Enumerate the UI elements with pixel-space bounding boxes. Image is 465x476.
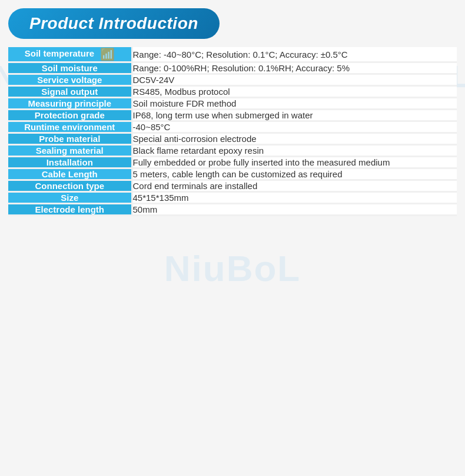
spec-value: Cord end terminals are installed [132, 180, 457, 192]
spec-value: Special anti-corrosion electrode [132, 133, 457, 145]
table-row: Service voltageDC5V-24V [8, 74, 457, 86]
spec-label: Signal output [8, 86, 132, 98]
spec-value: 5 meters, cable length can be customized… [132, 168, 457, 180]
spec-label: Soil temperature 📶 [8, 47, 132, 62]
table-row: Sealing materialBlack flame retardant ep… [8, 145, 457, 157]
spec-label: Cable Length [8, 168, 132, 180]
spec-value: Range: 0-100%RH; Resolution: 0.1%RH; Acc… [132, 62, 457, 74]
spec-label: Probe material [8, 133, 132, 145]
spec-label: Soil moisture [8, 62, 132, 74]
page-title: Product Introduction [29, 14, 198, 33]
table-row: Signal outputRS485, Modbus protocol [8, 86, 457, 98]
spec-value: 50mm [132, 204, 457, 216]
table-row: Soil moistureRange: 0-100%RH; Resolution… [8, 62, 457, 74]
watermark-center: NiuBoL [164, 247, 301, 289]
spec-value: Range: -40~80°C; Resolution: 0.1°C; Accu… [132, 47, 457, 62]
spec-value: 45*15*135mm [132, 192, 457, 204]
table-row: Cable Length5 meters, cable length can b… [8, 168, 457, 180]
spec-value: Soil moisture FDR method [132, 98, 457, 110]
spec-value: DC5V-24V [132, 74, 457, 86]
table-row: Soil temperature 📶Range: -40~80°C; Resol… [8, 47, 457, 62]
spec-label: Installation [8, 157, 132, 168]
spec-value: Black flame retardant epoxy resin [132, 145, 457, 157]
spec-value: Fully embedded or probe fully inserted i… [132, 157, 457, 168]
page-wrapper: NiuBoL NiuBoL NiuBoL Product Introductio… [0, 0, 465, 476]
spec-label: Service voltage [8, 74, 132, 86]
table-row: Protection gradeIP68, long term use when… [8, 110, 457, 121]
spec-value: RS485, Modbus protocol [132, 86, 457, 98]
spec-label: Electrode length [8, 204, 132, 216]
spec-label: Runtime environment [8, 121, 132, 133]
spec-table: Soil temperature 📶Range: -40~80°C; Resol… [8, 47, 457, 216]
table-row: Connection typeCord end terminals are in… [8, 180, 457, 192]
table-row: Runtime environment-40~85°C [8, 121, 457, 133]
spec-value: -40~85°C [132, 121, 457, 133]
table-row: Probe materialSpecial anti-corrosion ele… [8, 133, 457, 145]
spec-label: Size [8, 192, 132, 204]
table-row: InstallationFully embedded or probe full… [8, 157, 457, 168]
spec-label: Sealing material [8, 145, 132, 157]
table-row: Size45*15*135mm [8, 192, 457, 204]
spec-label: Protection grade [8, 110, 132, 121]
spec-label: Measuring principle [8, 98, 132, 110]
table-row: Electrode length50mm [8, 204, 457, 216]
title-badge: Product Introduction [8, 8, 220, 39]
table-row: Measuring principleSoil moisture FDR met… [8, 98, 457, 110]
spec-label: Connection type [8, 180, 132, 192]
spec-value: IP68, long term use when submerged in wa… [132, 110, 457, 121]
wifi-icon: 📶 [97, 48, 115, 61]
